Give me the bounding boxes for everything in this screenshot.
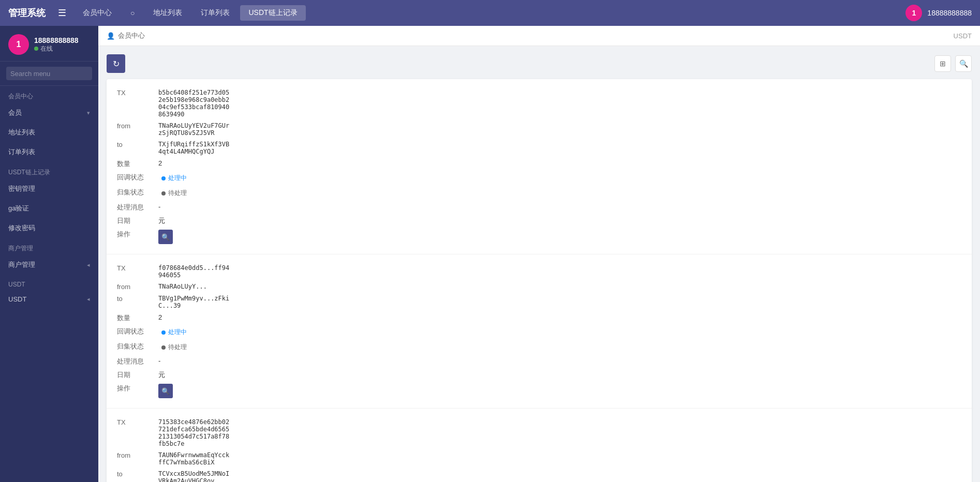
label-date: 日期 — [117, 215, 158, 227]
status-badge-pending: 待处理 — [158, 188, 190, 199]
label-from: from — [117, 120, 158, 138]
topnav-item-address[interactable]: 地址列表 — [145, 5, 190, 21]
sidebar-avatar: 1 — [8, 34, 29, 55]
topnav-item-members[interactable]: 会员中心 — [75, 5, 120, 21]
action-search-button[interactable]: 🔍 — [158, 384, 173, 398]
main-layout: 1 18888888888 在线 🔍 会员中心 会员 ▾ 地址列表 — [0, 26, 980, 482]
sidebar-section-merchant: 商户管理 商户管理 ◂ — [0, 238, 98, 275]
label-amount: 数量 — [117, 158, 158, 170]
sidebar-item-orders[interactable]: 订单列表 — [0, 142, 98, 162]
status-badge-processing: 处理中 — [158, 173, 190, 184]
sidebar-section-members: 会员中心 会员 ▾ 地址列表 订单列表 — [0, 86, 98, 162]
sidebar-item-changepassword[interactable]: 修改密码 — [0, 218, 98, 238]
topnav-username: 18888888888 — [927, 9, 972, 17]
topnav-item-usdt[interactable]: USDT链上记录 — [240, 5, 305, 21]
value-from-2: TNaRAoLUyY... — [158, 281, 231, 292]
record-inner-1: TX b5bc6408f251e773d052e5b198e968c9a0ebb… — [117, 87, 231, 246]
toolbar: ↻ ⊞ 🔍 — [107, 54, 972, 73]
data-card: TX b5bc6408f251e773d052e5b198e968c9a0ebb… — [107, 79, 972, 482]
value-collect-2: 待处理 — [158, 340, 231, 354]
sidebar-username: 18888888888 — [34, 36, 79, 44]
value-amount-2: 2 — [158, 312, 231, 324]
status-dot — [34, 47, 38, 51]
value-to-2: TBVg1PwMm9yv...zFkiC...39 — [158, 293, 231, 311]
sidebar: 1 18888888888 在线 🔍 会员中心 会员 ▾ 地址列表 — [0, 26, 98, 482]
toolbar-right: ⊞ 🔍 — [934, 55, 972, 72]
value-callback-1: 处理中 — [158, 171, 231, 185]
sidebar-status: 在线 — [34, 44, 79, 53]
value-tx-2: f078684e0dd5...ff94946055 — [158, 263, 231, 280]
value-tx-1: b5bc6408f251e773d052e5b198e968c9a0ebb204… — [158, 87, 231, 119]
sidebar-section-title-merchant: 商户管理 — [0, 238, 98, 255]
search-input[interactable] — [10, 70, 97, 78]
toolbar-left: ↻ — [107, 54, 125, 73]
chevron-down-icon-2: ◂ — [87, 262, 90, 268]
value-amount-1: 2 — [158, 158, 231, 170]
sidebar-section-usdt: USDT链上记录 密钥管理 ga验证 修改密码 — [0, 162, 98, 238]
topnav-items: 会员中心 ○ 地址列表 订单列表 USDT链上记录 — [75, 5, 905, 21]
value-from-1: TNaRAoLUyYEV2uF7GUrzSjRQTU8v5ZJ5VR — [158, 120, 231, 138]
sidebar-item-merchant[interactable]: 商户管理 ◂ — [0, 255, 98, 275]
status-badge: 待处理 — [158, 342, 190, 353]
sidebar-section-title-usdt: USDT链上记录 — [0, 162, 98, 179]
value-action-1: 🔍 — [158, 228, 231, 246]
sidebar-section-usdtmgmt: USDT USDT ◂ — [0, 275, 98, 308]
sidebar-item-member[interactable]: 会员 ▾ — [0, 103, 98, 123]
sidebar-section-title-usdtmgmt: USDT — [0, 275, 98, 290]
avatar: 1 — [905, 5, 922, 21]
sidebar-section-title-members: 会员中心 — [0, 86, 98, 103]
value-date-1: 元 — [158, 215, 231, 227]
label-collect: 归集状态 — [117, 186, 158, 200]
sidebar-status-label: 在线 — [40, 44, 53, 53]
label-action: 操作 — [117, 228, 158, 246]
value-action-2: 🔍 — [158, 382, 231, 400]
label-to: to — [117, 139, 158, 157]
chevron-down-icon-3: ◂ — [87, 296, 90, 303]
sidebar-item-ga[interactable]: ga验证 — [0, 199, 98, 218]
table-row: TX b5bc6408f251e773d052e5b198e968c9a0ebb… — [107, 79, 972, 254]
table-row: TX 715383ce4876e62bb02721defca65bde4d656… — [107, 409, 972, 482]
topnav-item-circle[interactable]: ○ — [122, 6, 143, 20]
record-inner-2: TX f078684e0dd5...ff94946055 from TNaRAo… — [117, 263, 231, 400]
content-area: 👤 会员中心 USDT ↻ ⊞ 🔍 TX — [98, 26, 980, 482]
topnav: 管理系统 ☰ 会员中心 ○ 地址列表 订单列表 USDT链上记录 1 18888… — [0, 0, 980, 26]
sidebar-item-keymanage[interactable]: 密钥管理 — [0, 179, 98, 199]
sidebar-user: 1 18888888888 在线 — [0, 26, 98, 62]
status-dot-processing — [161, 176, 166, 180]
status-dot-pending — [161, 191, 166, 195]
search-toggle-button[interactable]: 🔍 — [955, 55, 972, 72]
record-inner-3: TX 715383ce4876e62bb02721defca65bde4d656… — [117, 417, 231, 482]
value-message-1: - — [158, 201, 231, 214]
sidebar-item-address[interactable]: 地址列表 — [0, 123, 98, 142]
sidebar-user-info: 18888888888 在线 — [34, 36, 79, 53]
breadcrumb-left: 👤 会员中心 — [107, 31, 145, 40]
label-tx: TX — [117, 87, 158, 119]
table-row: TX f078684e0dd5...ff94946055 from TNaRAo… — [107, 254, 972, 409]
topnav-right: 1 18888888888 — [905, 5, 972, 21]
sidebar-search-inner: 🔍 — [6, 67, 92, 80]
sidebar-item-usdt-sub[interactable]: USDT ◂ — [0, 290, 98, 308]
table-view-button[interactable]: ⊞ — [934, 55, 951, 72]
value-to-3: TCVxcxB5UodMe5JMNoIVRkAm2AuVHGC8ov — [158, 469, 231, 482]
action-search-button[interactable]: 🔍 — [158, 230, 173, 244]
breadcrumb: 👤 会员中心 USDT — [98, 26, 980, 46]
value-from-3: TAUN6FwrnwwmaEqYcckffC7wYmbaS6cBiX — [158, 450, 231, 468]
status-badge: 处理中 — [158, 327, 190, 338]
menu-icon[interactable]: ☰ — [58, 7, 66, 19]
value-tx-3: 715383ce4876e62bb02721defca65bde4d656521… — [158, 417, 231, 449]
main-content: ↻ ⊞ 🔍 TX b5bc6408f251e773d052e5b198e968c… — [98, 46, 980, 482]
refresh-button[interactable]: ↻ — [107, 54, 125, 73]
chevron-down-icon: ▾ — [87, 110, 90, 116]
label-message: 处理消息 — [117, 201, 158, 214]
topnav-item-orders[interactable]: 订单列表 — [192, 5, 238, 21]
app-title: 管理系统 — [8, 7, 46, 19]
value-message-2: - — [158, 355, 231, 368]
user-icon: 👤 — [107, 32, 115, 40]
value-date-2: 元 — [158, 369, 231, 381]
value-callback-2: 处理中 — [158, 325, 231, 339]
value-collect-1: 待处理 — [158, 186, 231, 200]
breadcrumb-right: USDT — [954, 32, 972, 40]
value-to-1: TXjfURqiffzS1kXf3VB4qt4L4AMHQCgYQJ — [158, 139, 231, 157]
sidebar-search-container: 🔍 — [0, 62, 98, 86]
label-callback: 回调状态 — [117, 171, 158, 185]
